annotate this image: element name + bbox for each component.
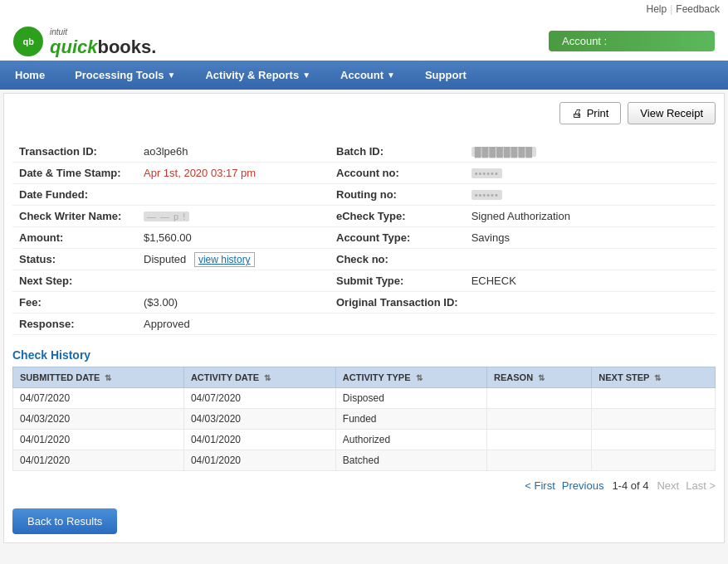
pagination: < First Previous 1-4 of 4 Next Last > [12, 471, 716, 500]
check-writer-value: — — p ! [137, 206, 320, 227]
nav-home[interactable]: Home [0, 61, 60, 90]
nav-bar: Home Processing Tools ▼ Activity & Repor… [0, 61, 728, 90]
col-activity-type[interactable]: ACTIVITY TYPE ⇅ [335, 367, 486, 388]
nav-processing-tools-arrow: ▼ [168, 70, 176, 80]
account-no-label: Account no: [320, 163, 465, 184]
feedback-link[interactable]: Feedback [676, 3, 720, 15]
check-history-title: Check History [12, 348, 716, 362]
nav-account-label: Account [340, 69, 384, 81]
row-status: Status: Disputed view history Check no: [12, 249, 716, 270]
next-step-label: Next Step: [12, 270, 137, 292]
history-cell-activity_type-2: Authorized [335, 430, 486, 450]
col-activity-date[interactable]: ACTIVITY DATE ⇅ [183, 367, 335, 388]
account-no-value: •••••• [465, 163, 716, 184]
transaction-id-label: Transaction ID: [12, 141, 137, 163]
echeck-type-label: eCheck Type: [320, 206, 465, 227]
status-value: Disputed view history [137, 249, 320, 270]
history-cell-next_step-0 [592, 388, 716, 409]
col-next-step[interactable]: NEXT STEP ⇅ [592, 367, 716, 388]
nav-support-label: Support [425, 69, 467, 81]
history-cell-submitted_date-1: 04/03/2020 [13, 409, 184, 430]
routing-no-label: Routing no: [320, 184, 465, 206]
svg-text:qb: qb [23, 36, 35, 46]
status-label: Status: [12, 249, 137, 270]
logo-text: intuit quickbooks. [50, 25, 156, 57]
sort-submitted-date-icon: ⇅ [105, 373, 111, 382]
view-receipt-label: View Receipt [640, 107, 703, 119]
submit-type-value: ECHECK [465, 270, 716, 292]
logo-icon: qb [13, 27, 43, 56]
back-to-results-label: Back to Results [27, 515, 102, 528]
back-to-results-button[interactable]: Back to Results [12, 508, 117, 534]
nav-processing-tools[interactable]: Processing Tools ▼ [60, 61, 190, 90]
date-time-value: Apr 1st, 2020 03:17 pm [137, 163, 320, 184]
main-content: 🖨 Print View Receipt Transaction ID: ao3… [3, 93, 725, 543]
logo-bar: qb intuit quickbooks. Account : [0, 18, 728, 61]
date-funded-label: Date Funded: [12, 184, 137, 206]
history-cell-reason-1 [487, 409, 592, 430]
nav-account-arrow: ▼ [387, 70, 395, 80]
check-no-label: Check no: [320, 249, 465, 270]
nav-activity-reports-arrow: ▼ [302, 70, 310, 80]
nav-support[interactable]: Support [410, 61, 481, 90]
first-page-link[interactable]: < First [525, 479, 555, 492]
echeck-type-value: Signed Authorization [465, 206, 716, 227]
history-row-0: 04/07/202004/07/2020Disposed [13, 388, 716, 409]
last-page-link[interactable]: Last > [686, 479, 716, 492]
original-txn-label: Original Transaction ID: [320, 292, 465, 314]
history-cell-activity_type-0: Disposed [335, 388, 486, 409]
history-row-2: 04/01/202004/01/2020Authorized [13, 430, 716, 450]
check-no-value [465, 249, 716, 270]
nav-account[interactable]: Account ▼ [325, 61, 410, 90]
amount-value: $1,560.00 [137, 227, 320, 249]
next-page-link[interactable]: Next [657, 479, 679, 492]
page-info: 1-4 of 4 [612, 479, 648, 492]
top-bar: Help | Feedback [0, 0, 728, 18]
response-value: Approved [137, 314, 320, 335]
fee-label: Fee: [12, 292, 137, 314]
history-cell-activity_date-3: 04/01/2020 [183, 450, 335, 471]
help-link[interactable]: Help [646, 3, 667, 15]
row-fee: Fee: ($3.00) Original Transaction ID: [12, 292, 716, 314]
batch-id-label: Batch ID: [320, 141, 465, 163]
history-cell-activity_date-1: 04/03/2020 [183, 409, 335, 430]
history-cell-next_step-3 [592, 450, 716, 471]
previous-page-link[interactable]: Previous [562, 479, 604, 492]
history-cell-activity_type-1: Funded [335, 409, 486, 430]
view-receipt-button[interactable]: View Receipt [628, 102, 716, 124]
print-button[interactable]: 🖨 Print [559, 102, 622, 124]
history-cell-reason-0 [487, 388, 592, 409]
logo-tagline: intuit [50, 27, 67, 36]
col-submitted-date[interactable]: SUBMITTED DATE ⇅ [13, 367, 184, 388]
check-writer-label: Check Writer Name: [12, 206, 137, 227]
action-bar: 🖨 Print View Receipt [12, 102, 716, 131]
row-amount: Amount: $1,560.00 Account Type: Savings [12, 227, 716, 249]
history-cell-activity_type-3: Batched [335, 450, 486, 471]
print-label: Print [587, 107, 609, 119]
history-cell-next_step-2 [592, 430, 716, 450]
history-cell-next_step-1 [592, 409, 716, 430]
row-check-writer: Check Writer Name: — — p ! eCheck Type: … [12, 206, 716, 227]
view-history-link[interactable]: view history [194, 252, 255, 267]
account-badge-label: Account : [562, 35, 607, 47]
row-date-funded: Date Funded: Routing no: •••••• [12, 184, 716, 206]
date-funded-value [137, 184, 320, 206]
status-text: Disputed [144, 253, 186, 265]
row-next-step: Next Step: Submit Type: ECHECK [12, 270, 716, 292]
col-submitted-date-label: SUBMITTED DATE [20, 372, 100, 382]
history-cell-submitted_date-2: 04/01/2020 [13, 430, 184, 450]
fee-value: ($3.00) [137, 292, 320, 314]
original-txn-value [465, 292, 716, 314]
history-cell-submitted_date-0: 04/07/2020 [13, 388, 184, 409]
logo-brand: quickbooks. [50, 37, 156, 57]
nav-activity-reports[interactable]: Activity & Reports ▼ [190, 61, 325, 90]
nav-home-label: Home [15, 69, 45, 81]
batch-id-value: ████████ [465, 141, 716, 163]
history-row-1: 04/03/202004/03/2020Funded [13, 409, 716, 430]
check-history-table: SUBMITTED DATE ⇅ ACTIVITY DATE ⇅ ACTIVIT… [12, 367, 716, 471]
col-reason[interactable]: REASON ⇅ [487, 367, 592, 388]
response-label: Response: [12, 314, 137, 335]
sort-activity-type-icon: ⇅ [416, 373, 423, 382]
col-next-step-label: NEXT STEP [599, 372, 649, 382]
history-cell-submitted_date-3: 04/01/2020 [13, 450, 184, 471]
